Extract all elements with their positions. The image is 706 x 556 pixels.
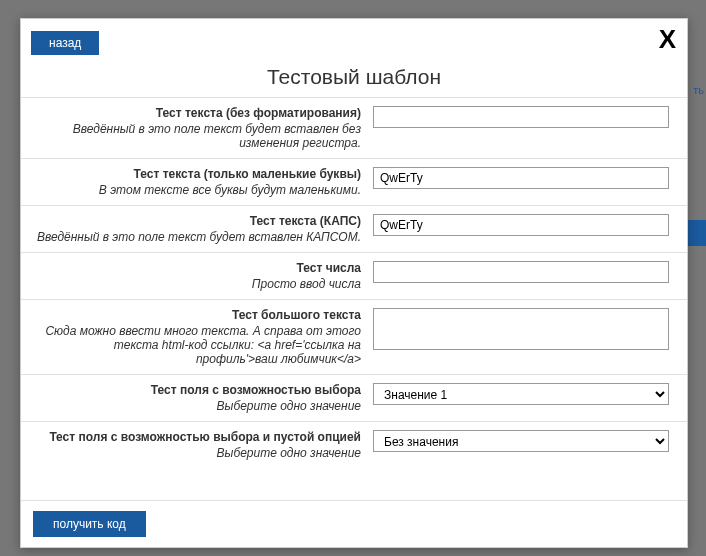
- form-row: Тест текста (только маленькие буквы) В э…: [21, 158, 687, 205]
- field-help: Сюда можно ввести много текста. А справа…: [33, 324, 361, 366]
- number-input[interactable]: [373, 261, 669, 283]
- form-body: Тест текста (без форматирования) Введённ…: [21, 97, 687, 500]
- field-help: В этом тексте все буквы будут маленькими…: [33, 183, 361, 197]
- form-row: Тест большого текста Сюда можно ввести м…: [21, 299, 687, 374]
- textarea-input[interactable]: [373, 308, 669, 350]
- form-row: Тест текста (без форматирования) Введённ…: [21, 97, 687, 158]
- modal-footer: получить код: [21, 500, 687, 547]
- form-row: Тест поля с возможностью выбора и пустой…: [21, 421, 687, 468]
- bg-link-fragment: ть: [693, 84, 704, 96]
- field-help: Выберите одно значение: [33, 446, 361, 460]
- submit-button[interactable]: получить код: [33, 511, 146, 537]
- form-row: Тест числа Просто ввод числа: [21, 252, 687, 299]
- field-label: Тест текста (КАПС): [33, 214, 361, 228]
- field-help: Просто ввод числа: [33, 277, 361, 291]
- field-help: Выберите одно значение: [33, 399, 361, 413]
- field-label: Тест большого текста: [33, 308, 361, 322]
- text-input-lowercase[interactable]: [373, 167, 669, 189]
- field-label: Тест числа: [33, 261, 361, 275]
- close-icon[interactable]: X: [659, 26, 676, 52]
- field-label: Тест поля с возможностью выбора и пустой…: [33, 430, 361, 444]
- back-button[interactable]: назад: [31, 31, 99, 55]
- select-input-empty[interactable]: Без значения: [373, 430, 669, 452]
- form-row: Тест текста (КАПС) Введённый в это поле …: [21, 205, 687, 252]
- select-input[interactable]: Значение 1: [373, 383, 669, 405]
- text-input-noformat[interactable]: [373, 106, 669, 128]
- text-input-caps[interactable]: [373, 214, 669, 236]
- field-help: Введённый в это поле текст будет вставле…: [33, 230, 361, 244]
- field-label: Тест текста (только маленькие буквы): [33, 167, 361, 181]
- modal-title: Тестовый шаблон: [21, 65, 687, 89]
- bg-decoration: [688, 220, 706, 246]
- modal-dialog: назад Тестовый шаблон Тест текста (без ф…: [20, 18, 688, 548]
- field-label: Тест текста (без форматирования): [33, 106, 361, 120]
- field-help: Введённый в это поле текст будет вставле…: [33, 122, 361, 150]
- form-row: Тест поля с возможностью выбора Выберите…: [21, 374, 687, 421]
- field-label: Тест поля с возможностью выбора: [33, 383, 361, 397]
